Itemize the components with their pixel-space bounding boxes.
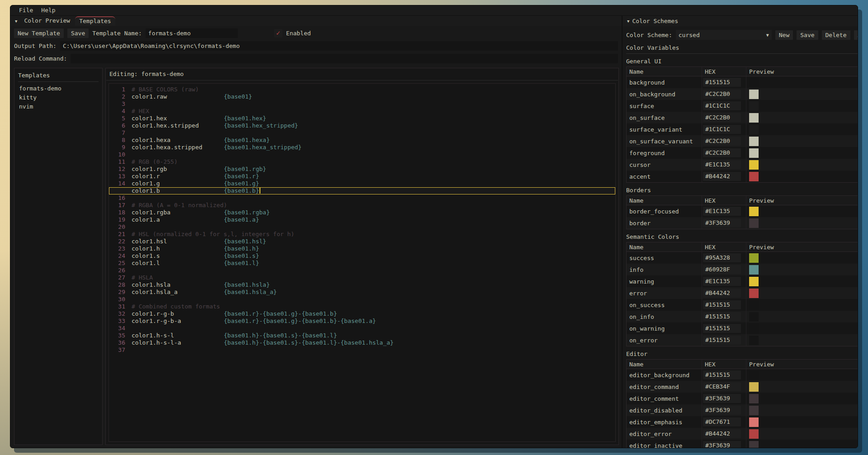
color-swatch[interactable] xyxy=(749,90,759,99)
code-line[interactable]: 8color1.hexa{base01.hexa} xyxy=(109,137,615,144)
code-line[interactable]: 33color1.r-g-b-a{base01.r}-{base01.g}-{b… xyxy=(109,318,615,325)
hex-input[interactable]: #151515 xyxy=(703,312,741,321)
code-line[interactable]: 20 xyxy=(109,223,615,231)
code-line[interactable]: 37 xyxy=(109,346,615,354)
code-line[interactable]: 18color1.rgba{base01.rgba} xyxy=(109,209,615,216)
code-line[interactable]: 25color1.l{base01.l} xyxy=(109,260,615,267)
color-swatch[interactable] xyxy=(749,218,759,228)
code-line[interactable]: 29color1.hsla_a{base01.hsla_a} xyxy=(109,289,615,296)
color-swatch[interactable] xyxy=(749,441,759,448)
hex-input[interactable]: #B44242 xyxy=(703,289,741,298)
code-line[interactable]: 32color1.r-g-b{base01.r}-{base01.g}-{bas… xyxy=(109,310,615,318)
color-swatch[interactable] xyxy=(749,160,759,170)
hex-input[interactable]: #E1C135 xyxy=(703,277,741,286)
hex-input[interactable]: #E1C135 xyxy=(703,207,741,216)
code-line[interactable]: 34 xyxy=(109,325,615,332)
color-swatch[interactable] xyxy=(749,101,759,111)
collapse-window-icon[interactable]: ▼ xyxy=(14,19,20,24)
code-line[interactable]: 27# HSLA xyxy=(109,274,615,281)
code-line[interactable]: 9color1.hexa.stripped{base01.hexa_stripp… xyxy=(109,144,615,151)
hex-input[interactable]: #151515 xyxy=(703,324,741,333)
color-swatch[interactable] xyxy=(749,113,759,123)
hex-input[interactable]: #151515 xyxy=(703,300,741,309)
delete-scheme-button[interactable]: Delete xyxy=(822,30,850,40)
hex-input[interactable]: #151515 xyxy=(703,370,741,379)
color-swatch[interactable] xyxy=(749,137,759,146)
code-line[interactable]: 26 xyxy=(109,267,615,274)
color-swatch[interactable] xyxy=(749,300,759,310)
output-path-input[interactable]: C:\Users\user\AppData\Roaming\clrsync\fo… xyxy=(60,41,618,51)
code-line[interactable]: 16 xyxy=(109,194,615,202)
hex-input[interactable]: #C2C2B0 xyxy=(703,90,741,99)
apply-scheme-button[interactable]: Apply xyxy=(854,30,858,40)
editing-line-input[interactable]: 15color1.b{base01.b} xyxy=(109,187,615,194)
code-line[interactable]: 22color1.hsl{base01.hsl} xyxy=(109,238,615,245)
hex-input[interactable]: #E1C135 xyxy=(703,160,741,169)
code-line[interactable]: 7 xyxy=(109,129,615,137)
color-swatch[interactable] xyxy=(749,148,759,158)
color-swatch[interactable] xyxy=(749,429,759,439)
hex-input[interactable]: #C2C2B0 xyxy=(703,137,741,146)
new-template-button[interactable]: New Template xyxy=(14,28,64,38)
color-scheme-combo[interactable]: cursed ▼ xyxy=(676,30,772,40)
code-line[interactable]: 19color1.a{base01.a} xyxy=(109,216,615,223)
code-line[interactable]: 4# HEX xyxy=(109,108,615,115)
hex-input[interactable]: #CEB34F xyxy=(703,382,741,391)
hex-input[interactable]: #3F3639 xyxy=(703,406,741,415)
hex-input[interactable]: #1C1C1C xyxy=(703,125,741,134)
hex-input[interactable]: #DC7671 xyxy=(703,417,741,427)
color-swatch[interactable] xyxy=(749,78,759,87)
menu-item-help[interactable]: Help xyxy=(37,5,59,15)
save-scheme-button[interactable]: Save xyxy=(797,30,818,40)
color-swatch[interactable] xyxy=(749,125,759,134)
code-line[interactable]: 13color1.r{base01.r} xyxy=(109,173,615,180)
code-line[interactable]: 28color1.hsla{base01.hsla} xyxy=(109,281,615,289)
hex-input[interactable]: #60928F xyxy=(703,265,741,274)
code-line[interactable]: 1# BASE COLORS (raw) xyxy=(109,86,615,93)
enabled-checkbox[interactable]: ✓ xyxy=(274,29,283,38)
color-swatch[interactable] xyxy=(749,370,759,380)
hex-input[interactable]: #3F3639 xyxy=(703,394,741,403)
hex-input[interactable]: #3F3639 xyxy=(703,218,741,228)
code-line[interactable]: 2color1.raw{base01} xyxy=(109,93,615,100)
code-line[interactable]: 6color1.hex.stripped{base01.hex_stripped… xyxy=(109,122,615,129)
code-line[interactable]: 35color1.h-s-l{base01.h}-{base01.s}-{bas… xyxy=(109,332,615,339)
code-line[interactable]: 30 xyxy=(109,296,615,303)
code-line[interactable]: 31# Combined custom formats xyxy=(109,303,615,310)
new-scheme-button[interactable]: New xyxy=(775,30,793,40)
code-line[interactable]: 12color1.rgb{base01.rgb} xyxy=(109,166,615,173)
tab-templates[interactable]: Templates xyxy=(75,16,115,26)
code-line[interactable]: 23color1.h{base01.h} xyxy=(109,245,615,252)
hex-input[interactable]: #C2C2B0 xyxy=(703,113,741,122)
color-swatch[interactable] xyxy=(749,289,759,298)
hex-input[interactable]: #B44242 xyxy=(703,429,741,438)
template-code-editor[interactable]: 1# BASE COLORS (raw)2color1.raw{base01}3… xyxy=(108,83,616,442)
color-swatch[interactable] xyxy=(749,406,759,415)
color-swatch[interactable] xyxy=(749,324,759,333)
hex-input[interactable]: #95A328 xyxy=(703,253,741,262)
code-line[interactable]: 17# RGBA (A = 0-1 normalized) xyxy=(109,202,615,209)
color-swatch[interactable] xyxy=(749,265,759,275)
code-line[interactable]: 3 xyxy=(109,100,615,108)
code-line[interactable]: 36color1.h-s-l-a{base01.h}-{base01.s}-{b… xyxy=(109,339,615,346)
color-swatch[interactable] xyxy=(749,394,759,403)
code-line[interactable]: 10 xyxy=(109,151,615,158)
hex-input[interactable]: #C2C2B0 xyxy=(703,148,741,157)
color-swatch[interactable] xyxy=(749,253,759,263)
color-swatch[interactable] xyxy=(749,277,759,286)
hex-input[interactable]: #151515 xyxy=(703,78,741,87)
code-line[interactable]: 14color1.g{base01.g} xyxy=(109,180,615,187)
collapse-panel-icon[interactable]: ▼ xyxy=(626,19,632,24)
color-swatch[interactable] xyxy=(749,172,759,181)
template-list-item[interactable]: nvim xyxy=(18,102,99,111)
code-line[interactable]: 5color1.hex{base01.hex} xyxy=(109,115,615,122)
hex-input[interactable]: #151515 xyxy=(703,336,741,345)
hex-input[interactable]: #1C1C1C xyxy=(703,101,741,110)
template-list-item[interactable]: formats-demo xyxy=(18,84,99,93)
template-name-input[interactable]: formats-demo xyxy=(146,28,238,38)
code-line[interactable]: 21# HSL (normalized 0-1 for s,l, integer… xyxy=(109,231,615,238)
menu-item-file[interactable]: File xyxy=(15,5,37,15)
save-template-button[interactable]: Save xyxy=(67,28,89,38)
code-line[interactable]: 24color1.s{base01.s} xyxy=(109,252,615,260)
color-swatch[interactable] xyxy=(749,207,759,216)
